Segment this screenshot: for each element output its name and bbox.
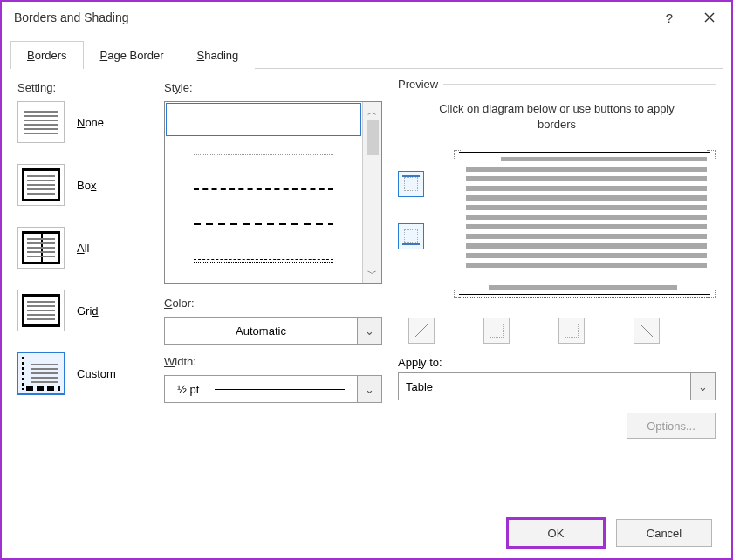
width-combo[interactable]: ½ pt ⌄: [164, 375, 382, 403]
options-row: Options...: [398, 413, 716, 439]
border-diag-up-button[interactable]: [408, 318, 435, 344]
tab-shading[interactable]: Shading: [181, 41, 256, 69]
diagonal-down-icon: [638, 322, 655, 339]
setting-none-icon: [17, 101, 65, 143]
preview-vertical-buttons: [398, 145, 442, 302]
setting-custom[interactable]: Custom: [17, 352, 148, 394]
width-label: Width:: [164, 355, 382, 368]
options-button[interactable]: Options...: [627, 413, 716, 439]
scroll-down-icon[interactable]: ﹀: [367, 267, 377, 280]
border-bottom-button[interactable]: [398, 223, 424, 249]
setting-none-label: None: [77, 116, 104, 129]
apply-to-combo[interactable]: Table ⌄: [398, 372, 716, 400]
tab-page-border[interactable]: Page Border: [84, 41, 181, 69]
setting-all-icon: [17, 227, 65, 269]
style-column: Style: ︿ ﹀ Color: Automatic: [164, 78, 382, 508]
tab-borders[interactable]: Borders: [10, 41, 84, 69]
style-option-dashdot[interactable]: [165, 242, 362, 277]
style-option-dashed[interactable]: [165, 207, 362, 242]
style-option-dotted[interactable]: [165, 137, 362, 172]
apply-to-label: Apply to:: [398, 356, 716, 369]
dialog-footer: OK Cancel: [2, 508, 731, 558]
apply-to-dropdown-button[interactable]: ⌄: [690, 373, 715, 400]
preview-canvas[interactable]: [442, 145, 716, 302]
setting-grid-icon: [17, 290, 65, 331]
setting-custom-icon: [17, 352, 65, 394]
window-title: Borders and Shading: [14, 10, 649, 24]
scroll-thumb[interactable]: [366, 120, 379, 155]
color-combo[interactable]: Automatic ⌄: [164, 317, 382, 345]
color-value: Automatic: [165, 324, 357, 338]
scroll-up-icon[interactable]: ︿: [367, 106, 377, 119]
setting-grid[interactable]: Grid: [17, 290, 148, 331]
preview-document: [466, 162, 707, 284]
setting-box-icon: [17, 164, 65, 206]
setting-all[interactable]: All: [17, 227, 148, 269]
preview-area: [398, 145, 716, 302]
chevron-down-icon: ⌄: [365, 324, 374, 338]
style-scrollbar[interactable]: ︿ ﹀: [362, 102, 381, 283]
dialog-body: Setting: None Box All: [2, 69, 731, 508]
setting-all-label: All: [77, 242, 89, 255]
color-label: Color:: [164, 297, 382, 310]
help-button[interactable]: ?: [649, 2, 689, 33]
style-label: Style:: [164, 81, 382, 94]
close-button[interactable]: [689, 2, 730, 33]
dialog-window: Borders and Shading ? Borders Page Borde…: [0, 0, 733, 560]
tab-strip: Borders Page Border Shading: [2, 33, 731, 68]
apply-to-value: Table: [399, 380, 690, 393]
width-sample-line: [215, 389, 345, 390]
style-list: [165, 102, 362, 283]
setting-grid-label: Grid: [77, 304, 99, 318]
color-dropdown-button[interactable]: ⌄: [357, 318, 381, 344]
svg-line-2: [415, 324, 428, 337]
border-right-button[interactable]: [558, 318, 585, 344]
preview-column: Preview Click on diagram below or use bu…: [398, 78, 716, 508]
setting-box[interactable]: Box: [17, 164, 148, 206]
cancel-button[interactable]: Cancel: [616, 519, 712, 547]
ok-button[interactable]: OK: [508, 519, 604, 547]
diagonal-up-icon: [413, 322, 430, 339]
preview-horizontal-buttons: [398, 302, 716, 344]
style-listbox[interactable]: ︿ ﹀: [164, 101, 382, 284]
style-option-solid[interactable]: [165, 102, 362, 137]
border-top-button[interactable]: [398, 171, 424, 197]
svg-line-3: [641, 324, 653, 337]
settings-label: Setting:: [17, 81, 148, 94]
preview-group: Preview Click on diagram below or use bu…: [398, 78, 716, 439]
close-icon: [704, 12, 715, 23]
preview-instruction: Click on diagram below or use buttons to…: [424, 101, 689, 133]
settings-column: Setting: None Box All: [17, 78, 148, 508]
width-value: ½ pt: [165, 383, 357, 396]
chevron-down-icon: ⌄: [698, 380, 708, 393]
setting-none[interactable]: None: [17, 101, 148, 143]
setting-box-label: Box: [77, 179, 96, 192]
style-option-dashed-wide[interactable]: [165, 172, 362, 207]
border-diag-down-button[interactable]: [634, 318, 660, 344]
border-left-button[interactable]: [483, 318, 510, 344]
width-dropdown-button[interactable]: ⌄: [357, 376, 381, 402]
preview-label: Preview: [398, 78, 443, 91]
chevron-down-icon: ⌄: [365, 383, 374, 396]
title-bar: Borders and Shading ?: [2, 2, 731, 33]
setting-custom-label: Custom: [77, 367, 116, 380]
